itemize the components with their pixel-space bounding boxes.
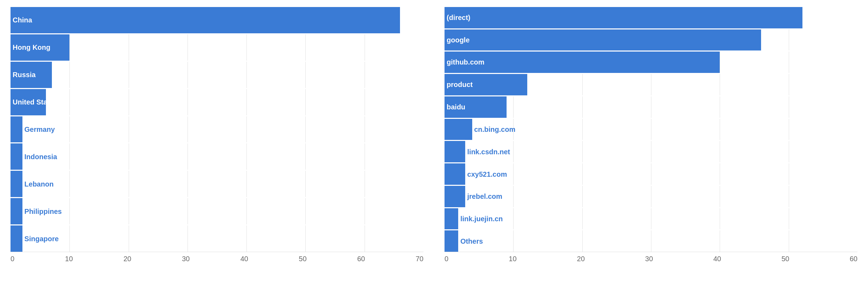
x-tick: 60 <box>850 255 857 263</box>
bar-container: jrebel.com <box>445 186 857 207</box>
chart1-x-axis: 010203040506070 <box>11 252 423 263</box>
bar-container: link.juejin.cn <box>445 208 857 230</box>
bar-container: Philippines <box>11 198 423 224</box>
bar-label: link.juejin.cn <box>460 215 503 223</box>
bar-fill: baidu <box>445 96 507 118</box>
bar-label: China <box>13 16 32 24</box>
bar-fill <box>445 141 465 162</box>
x-tick: 20 <box>577 255 585 263</box>
bar-container: Germany <box>11 116 423 143</box>
x-tick: 0 <box>445 255 448 263</box>
bar-container: United States <box>11 89 423 115</box>
bar-label: Singapore <box>25 235 59 243</box>
x-tick: 50 <box>299 255 306 263</box>
chart2-x-axis: 0102030405060 <box>445 252 857 263</box>
bar-container: Singapore <box>11 225 423 252</box>
bar-label: United States <box>13 98 57 106</box>
bar-container: google <box>445 29 857 51</box>
x-tick: 50 <box>781 255 789 263</box>
bar-container: cxy521.com <box>445 163 857 185</box>
x-tick: 10 <box>65 255 73 263</box>
bar-fill <box>445 119 472 140</box>
bar-label: Germany <box>25 126 55 134</box>
bar-container: China <box>11 7 423 33</box>
chart-countries: ChinaHong KongRussiaUnited StatesGermany… <box>11 7 423 263</box>
bar-container: (direct) <box>445 7 857 28</box>
bar-container: product <box>445 74 857 95</box>
bar-fill: product <box>445 74 527 95</box>
bar-container: Russia <box>11 62 423 88</box>
bar-label: cn.bing.com <box>474 126 515 134</box>
bar-label: Indonesia <box>25 153 57 161</box>
bar-fill <box>445 208 458 230</box>
main-container: ChinaHong KongRussiaUnited StatesGermany… <box>0 0 868 284</box>
chart-sources: (direct)googlegithub.comproductbaiducn.b… <box>445 7 857 263</box>
bar-fill: (direct) <box>445 7 802 28</box>
bar-fill <box>11 225 22 252</box>
bar-fill <box>11 143 22 170</box>
bar-fill: Russia <box>11 62 52 88</box>
bar-container: Hong Kong <box>11 34 423 61</box>
bar-fill <box>11 198 22 224</box>
x-tick: 40 <box>713 255 721 263</box>
bar-container: github.com <box>445 52 857 73</box>
bar-container: Lebanon <box>11 171 423 197</box>
bar-label: github.com <box>447 58 484 66</box>
bar-label: Lebanon <box>25 180 54 188</box>
bar-container: baidu <box>445 96 857 118</box>
x-tick: 30 <box>182 255 190 263</box>
bar-container: cn.bing.com <box>445 119 857 140</box>
bar-fill <box>11 171 22 197</box>
bar-label: Philippines <box>25 207 62 215</box>
bar-fill <box>11 116 22 143</box>
chart2-inner: (direct)googlegithub.comproductbaiducn.b… <box>445 7 857 252</box>
bar-container: link.csdn.net <box>445 141 857 162</box>
x-tick: 30 <box>645 255 653 263</box>
bar-fill: United States <box>11 89 46 115</box>
bar-label: cxy521.com <box>467 170 507 178</box>
x-tick: 70 <box>416 255 423 263</box>
bar-label: Hong Kong <box>13 43 50 52</box>
x-tick: 60 <box>357 255 365 263</box>
bar-label: link.csdn.net <box>467 148 510 156</box>
bar-label: product <box>447 81 473 89</box>
x-tick: 40 <box>240 255 248 263</box>
chart1-inner: ChinaHong KongRussiaUnited StatesGermany… <box>11 7 423 252</box>
x-tick: 20 <box>123 255 131 263</box>
bar-container: Indonesia <box>11 143 423 170</box>
bar-fill: github.com <box>445 52 720 73</box>
bar-label: Others <box>460 237 483 245</box>
bar-label: (direct) <box>447 14 470 22</box>
bar-fill: Hong Kong <box>11 34 69 61</box>
bar-label: Russia <box>13 71 36 79</box>
bar-container: Others <box>445 230 857 252</box>
bar-label: baidu <box>447 103 465 111</box>
bar-fill <box>445 230 458 252</box>
bar-fill: google <box>445 29 761 51</box>
x-tick: 0 <box>11 255 14 263</box>
bar-label: jrebel.com <box>467 192 502 201</box>
bar-fill: China <box>11 7 400 33</box>
bar-label: google <box>447 36 470 44</box>
x-tick: 10 <box>509 255 516 263</box>
bar-fill <box>445 163 465 185</box>
bar-fill <box>445 186 465 207</box>
